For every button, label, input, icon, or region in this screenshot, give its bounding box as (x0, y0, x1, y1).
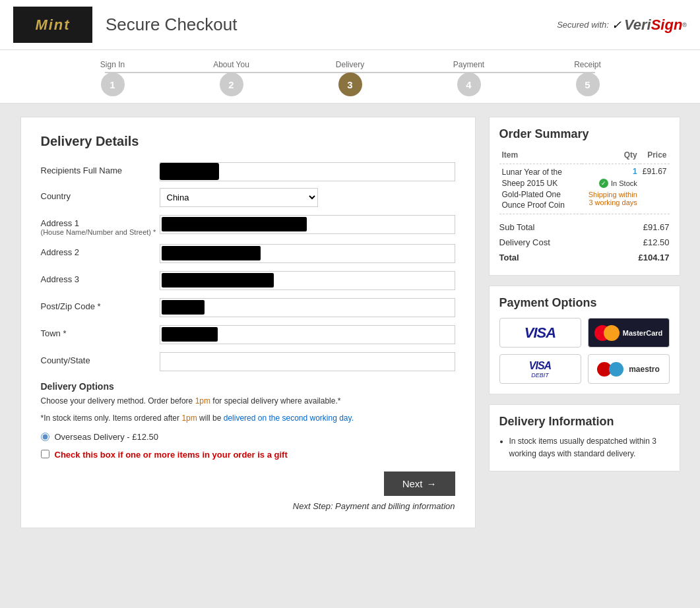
step-2[interactable]: About You 2 (172, 60, 291, 96)
logo-area: Mint Secure Checkout (13, 7, 237, 43)
delivery-desc: Choose your delivery method. Order befor… (41, 395, 455, 407)
country-label: Country (41, 188, 160, 201)
debit-label: DEBIT (531, 372, 549, 379)
next-step-text: Next Step: Payment and billing informati… (41, 501, 455, 511)
step-3-circle: 3 (338, 73, 362, 96)
subtotal-row: Sub Total £91.67 (499, 220, 670, 235)
redacted-name-overlay (160, 163, 219, 180)
shipping-note: Shipping within 3 working days (585, 191, 637, 206)
in-stock-icon: ✓ (599, 179, 608, 188)
country-select[interactable]: China (160, 188, 318, 207)
redacted-address3 (162, 273, 274, 288)
verisign-label: Secured with: (557, 20, 609, 30)
next-btn-row: Next → (41, 471, 455, 496)
item-qty-cell: 1 ✓ In Stock Shipping within 3 working d… (582, 164, 640, 214)
verisign-badge: Secured with: ✓ VeriSign ® (557, 16, 687, 34)
mc-circle-right-icon (604, 325, 620, 341)
maestro-card: maestro (588, 354, 670, 384)
next-arrow-icon: → (427, 478, 437, 489)
delivery-time-link[interactable]: 1pm (195, 396, 210, 406)
maestro-label: maestro (629, 365, 660, 374)
totals-section: Sub Total £91.67 Delivery Cost £12.50 To… (499, 220, 670, 265)
payment-options: Payment Options VISA MasterCard VISA DEB… (489, 286, 680, 394)
address3-label: Address 3 (41, 271, 160, 284)
gift-checkbox-label: Check this box if one or more items in y… (55, 448, 288, 462)
postzip-label: Post/Zip Code * (41, 298, 160, 311)
step-1-label: Sign In (100, 60, 125, 69)
col-price: Price (640, 148, 670, 164)
total-row: Total £104.17 (499, 250, 670, 265)
order-summary: Order Summary Item Qty Price Lunar Year … (489, 117, 680, 276)
delivery-cost-label: Delivery Cost (499, 237, 550, 247)
town-label: Town * (41, 325, 160, 338)
item-name-cell: Lunar Year of the Sheep 2015 UK Gold-Pla… (499, 164, 582, 214)
delivery-cost-value: £12.50 (643, 237, 670, 247)
address1-input-wrap (160, 215, 455, 234)
item-name: Lunar Year of the Sheep 2015 UK Gold-Pla… (502, 167, 579, 211)
next-button-label: Next (402, 478, 423, 489)
payment-options-title: Payment Options (499, 296, 670, 310)
right-panel: Order Summary Item Qty Price Lunar Year … (489, 117, 680, 528)
redacted-address2 (162, 246, 261, 260)
col-qty: Qty (582, 148, 640, 164)
address3-row: Address 3 (41, 271, 455, 290)
step-5-circle: 5 (576, 73, 600, 96)
total-value: £104.17 (639, 253, 670, 262)
visa-logo: VISA (525, 324, 556, 342)
main-content: Delivery Details Recipients Full Name Co… (14, 117, 687, 528)
countystate-row: County/State Xin Jiang (41, 352, 455, 371)
address3-input-wrap (160, 271, 455, 290)
gift-checkbox[interactable] (41, 450, 49, 458)
country-row: Country China (41, 188, 455, 207)
address1-sublabel: (House Name/Number and Street) * (41, 228, 160, 236)
delivery-info-list: In stock items usually despatched within… (499, 435, 670, 460)
town-input-wrap (160, 325, 455, 344)
in-stock-label: In Stock (611, 179, 637, 187)
mc-label: MasterCard (623, 329, 663, 337)
in-stock-badge: ✓ In Stock (585, 179, 637, 188)
step-5[interactable]: Receipt 5 (528, 60, 647, 96)
step-3-label: Delivery (336, 60, 364, 69)
step-2-label: About You (213, 60, 249, 69)
redacted-postzip (162, 300, 205, 315)
left-panel: Delivery Details Recipients Full Name Co… (20, 117, 476, 528)
delivery-note-time-link[interactable]: 1pm (181, 413, 197, 423)
maestro-circle-right-icon (609, 362, 623, 377)
address2-input-wrap (160, 244, 455, 263)
country-select-wrap: China (160, 188, 455, 207)
verisign-checkmark-icon: ✓ (612, 18, 621, 32)
town-row: Town * (41, 325, 455, 344)
redacted-address1 (162, 217, 307, 231)
redacted-town (162, 327, 218, 342)
delivery-info-title: Delivery Information (499, 415, 670, 429)
logo-box: Mint (13, 7, 92, 43)
delivery-information: Delivery Information In stock items usua… (489, 404, 680, 471)
delivery-cost-row: Delivery Cost £12.50 (499, 235, 670, 250)
step-1-circle: 1 (101, 73, 125, 96)
address1-row: Address 1 (House Name/Number and Street)… (41, 215, 455, 236)
step-3[interactable]: Delivery 3 (291, 60, 410, 96)
verisign-registered: ® (682, 22, 687, 28)
address1-label: Address 1 (House Name/Number and Street)… (41, 215, 160, 236)
col-item: Item (499, 148, 582, 164)
countystate-field[interactable]: Xin Jiang (160, 352, 455, 371)
gift-checkbox-row: Check this box if one or more items in y… (41, 448, 455, 462)
postzip-row: Post/Zip Code * (41, 298, 455, 317)
visa-debit-card: VISA DEBIT (499, 354, 581, 384)
next-button[interactable]: Next → (384, 471, 455, 496)
overseas-delivery-row: Overseas Delivery - £12.50 (41, 432, 455, 442)
address2-label: Address 2 (41, 244, 160, 257)
section-title: Delivery Details (41, 134, 455, 149)
item-price: £91.67 (643, 167, 667, 176)
logo-text: Mint (35, 16, 70, 34)
step-1[interactable]: Sign In 1 (53, 60, 172, 96)
overseas-delivery-radio[interactable] (41, 433, 49, 441)
postzip-input-wrap (160, 298, 455, 317)
step-4-circle: 4 (457, 73, 481, 96)
progress-steps: Sign In 1 About You 2 Delivery 3 Payment… (0, 60, 700, 96)
countystate-label: County/State (41, 352, 160, 365)
step-4[interactable]: Payment 4 (410, 60, 528, 96)
mastercard-card: MasterCard (588, 318, 670, 348)
recipients-full-name-label: Recipients Full Name (41, 162, 160, 175)
payment-cards-grid: VISA MasterCard VISA DEBIT maestro (499, 318, 670, 384)
